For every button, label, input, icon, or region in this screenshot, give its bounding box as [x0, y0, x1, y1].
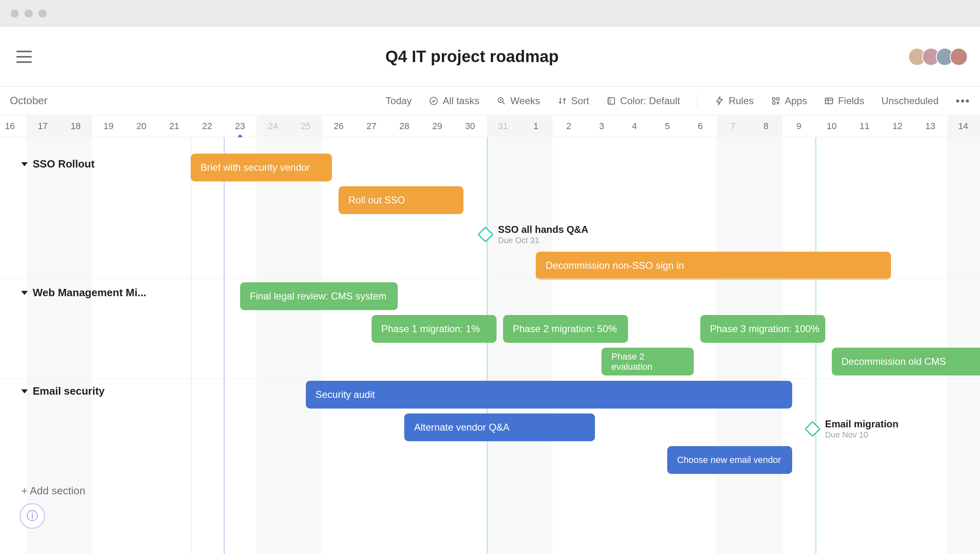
section-divider — [0, 278, 980, 279]
task-bar[interactable]: Phase 3 migration: 100% — [700, 315, 825, 343]
apps-button[interactable]: Apps — [771, 95, 807, 107]
timeline-toolbar: October Today All tasks Weeks Sort Color… — [0, 87, 980, 115]
window-titlebar — [0, 0, 980, 27]
date-label: 5 — [651, 115, 684, 137]
task-bar[interactable]: Choose new email vendor — [667, 446, 792, 474]
page-title: Q4 IT project roadmap — [32, 47, 912, 66]
section-divider — [0, 378, 980, 379]
milestone[interactable]: SSO all hands Q&ADue Oct 31 — [480, 224, 588, 245]
task-bar[interactable]: Final legal review: CMS system — [240, 282, 398, 310]
task-bar[interactable]: Decommission non-SSO sign in — [536, 252, 891, 279]
app-header: Q4 IT project roadmap — [0, 27, 980, 87]
date-label: 22 — [191, 115, 224, 137]
info-button[interactable]: ⓘ — [20, 503, 45, 529]
collaborator-avatars[interactable] — [912, 48, 968, 66]
date-label: 10 — [815, 115, 849, 137]
fields-icon — [824, 96, 834, 106]
weekend-column — [256, 137, 322, 554]
zoom-button[interactable]: Weeks — [497, 95, 540, 107]
milestone-due: Due Nov 10 — [825, 430, 898, 440]
date-label: 25 — [290, 115, 323, 137]
date-label: 12 — [881, 115, 914, 137]
avatar[interactable] — [950, 48, 968, 66]
toolbar-divider — [697, 94, 697, 108]
date-label: 30 — [454, 115, 487, 137]
date-label: 6 — [684, 115, 717, 137]
diamond-icon — [805, 421, 821, 437]
date-label: 2 — [552, 115, 586, 137]
date-label: 21 — [158, 115, 191, 137]
more-options-button[interactable]: ••• — [956, 94, 970, 107]
section-header[interactable]: SSO Rollout — [21, 158, 95, 170]
timeline-gridline — [224, 137, 225, 554]
window-close-dot[interactable] — [11, 9, 19, 18]
task-bar[interactable]: Phase 2 migration: 50% — [503, 315, 628, 343]
milestone-due: Due Oct 31 — [498, 236, 588, 245]
unscheduled-button[interactable]: Unscheduled — [881, 95, 938, 107]
weekend-column — [487, 137, 552, 554]
milestone-label: Email migration — [825, 418, 898, 430]
milestone[interactable]: Email migrationDue Nov 10 — [807, 418, 898, 440]
task-bar[interactable]: Decommission old CMS — [832, 348, 980, 375]
task-bar[interactable]: Security audit — [306, 381, 792, 409]
date-label: 17 — [27, 115, 60, 137]
filter-button[interactable]: All tasks — [429, 95, 479, 107]
diamond-icon — [478, 226, 494, 243]
apps-icon — [771, 96, 781, 106]
timeline-gridline — [815, 137, 816, 554]
color-button[interactable]: Color: Default — [606, 95, 680, 107]
date-label: 8 — [750, 115, 783, 137]
sort-button[interactable]: Sort — [557, 95, 589, 107]
date-label: 20 — [125, 115, 158, 137]
date-label: 31 — [487, 115, 520, 137]
task-bar[interactable]: Alternate vendor Q&A — [404, 413, 595, 441]
task-bar[interactable]: Roll out SSO — [339, 186, 463, 214]
task-bar[interactable]: Phase 1 migration: 1% — [372, 315, 497, 343]
section-name: SSO Rollout — [33, 158, 95, 170]
date-label: 26 — [322, 115, 355, 137]
chevron-down-icon — [21, 291, 28, 295]
date-label: 13 — [914, 115, 947, 137]
window-zoom-dot[interactable] — [38, 9, 47, 18]
section-header[interactable]: Web Management Mi... — [21, 286, 146, 299]
timeline-gridline — [191, 137, 192, 554]
month-label: October — [10, 94, 48, 107]
fields-button[interactable]: Fields — [824, 95, 864, 107]
date-ruler: 1617181920212223242526272829303112345678… — [0, 115, 980, 137]
date-label: 1 — [519, 115, 552, 137]
milestone-label: SSO all hands Q&A — [498, 224, 588, 236]
lightning-icon — [715, 96, 724, 106]
date-label: 19 — [92, 115, 125, 137]
date-label: 18 — [59, 115, 92, 137]
date-label: 28 — [388, 115, 421, 137]
chevron-down-icon — [21, 162, 28, 166]
timeline-gridline — [487, 137, 488, 554]
menu-toggle-button[interactable] — [16, 51, 32, 63]
info-icon: ⓘ — [27, 508, 38, 524]
section-name: Email security — [33, 385, 105, 398]
add-section-button[interactable]: + Add section — [21, 485, 85, 497]
zoom-icon — [497, 96, 506, 106]
svg-rect-7 — [825, 98, 833, 104]
date-label: 9 — [782, 115, 815, 137]
section-name: Web Management Mi... — [33, 286, 146, 299]
section-header[interactable]: Email security — [21, 385, 105, 398]
date-label: 4 — [618, 115, 651, 137]
rules-button[interactable]: Rules — [715, 95, 753, 107]
date-label: 11 — [848, 115, 881, 137]
today-button[interactable]: Today — [385, 95, 412, 107]
svg-rect-3 — [608, 98, 611, 104]
date-label: 16 — [0, 115, 27, 137]
window-minimize-dot[interactable] — [24, 9, 33, 18]
task-bar[interactable]: Phase 2 evaluation — [601, 348, 693, 375]
task-bar[interactable]: Brief with security vendor — [191, 154, 332, 181]
svg-rect-5 — [777, 98, 779, 100]
chevron-down-icon — [21, 389, 28, 393]
svg-rect-6 — [773, 102, 775, 104]
svg-point-0 — [430, 97, 437, 105]
color-icon — [606, 96, 616, 106]
weekend-column — [717, 137, 782, 554]
date-label: 3 — [585, 115, 618, 137]
timeline-body: SSO RolloutBrief with security vendorRol… — [0, 137, 980, 554]
date-label: 7 — [717, 115, 750, 137]
